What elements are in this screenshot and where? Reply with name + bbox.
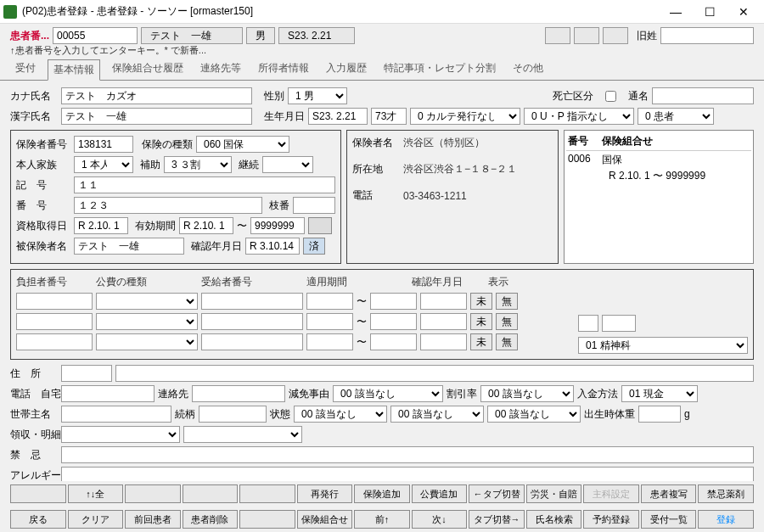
btn-tsugi[interactable]: 次↓ [412, 510, 468, 529]
yuukou-to-input[interactable] [250, 217, 305, 234]
yuukou-button[interactable] [308, 217, 332, 234]
mi-2[interactable]: 未 [470, 313, 492, 330]
futansha-3[interactable] [16, 333, 93, 350]
zokugara-input[interactable] [199, 406, 267, 423]
btn-kouhi-tsuika[interactable]: 公費追加 [412, 484, 468, 503]
hojo-select[interactable]: 3 ３割 [164, 156, 232, 173]
kumiawase-list[interactable]: 番号保険組合せ 0006国保 R 2.10. 1 〜 9999999 [564, 130, 754, 264]
maximize-button[interactable]: ☐ [693, 1, 727, 23]
sumi-button[interactable]: 済 [303, 238, 325, 255]
tekiyou-to-3[interactable] [370, 333, 417, 350]
jukyusha-3[interactable] [201, 333, 303, 350]
tab-nyuryoku[interactable]: 入力履歴 [321, 59, 372, 80]
futansha-2[interactable] [16, 313, 93, 330]
kouhi-1[interactable] [96, 293, 198, 310]
hokensha-no-input[interactable] [74, 136, 133, 153]
shikaku-input[interactable] [74, 217, 128, 234]
btn-zenkai[interactable]: 前回患者 [125, 510, 181, 529]
mi-3[interactable]: 未 [470, 333, 492, 350]
header-slot-3[interactable] [603, 27, 628, 44]
birth-input[interactable] [308, 108, 368, 125]
kana-input[interactable] [61, 87, 252, 104]
yuukou-from-input[interactable] [179, 217, 233, 234]
bangou-input[interactable] [74, 197, 262, 214]
tekiyou-from-3[interactable] [306, 333, 353, 350]
btn-mae[interactable]: 前↑ [354, 510, 410, 529]
keizoku-select[interactable] [262, 156, 313, 173]
oldname-input[interactable] [660, 27, 754, 44]
btn-yoyaku[interactable]: 予約登録 [583, 510, 639, 529]
btn-kinkiyaku[interactable]: 禁忌薬剤 [698, 484, 754, 503]
karte-select[interactable]: 0 カルテ発行なし [410, 108, 520, 125]
jotai2-select[interactable]: 00 該当なし [390, 406, 484, 423]
tab-renraku[interactable]: 連絡先等 [195, 59, 246, 80]
tab-kihon[interactable]: 基本情報 [48, 59, 100, 81]
kakunin-1[interactable] [420, 293, 467, 310]
ka-select[interactable]: 01 精神科 [578, 337, 748, 354]
jotai3-select[interactable]: 00 該当なし [487, 406, 581, 423]
mu-1[interactable]: 無 [496, 293, 518, 310]
taiju-input[interactable] [638, 406, 681, 423]
tel-home-input[interactable] [61, 385, 154, 402]
kouhi-2[interactable] [96, 313, 198, 330]
mu-2[interactable]: 無 [496, 313, 518, 330]
btn-hoken-tsuika[interactable]: 保険追加 [354, 484, 410, 503]
jukyusha-2[interactable] [201, 313, 303, 330]
nyukin-select[interactable]: 01 現金 [621, 385, 698, 402]
btn-tab-left[interactable]: ←タブ切替 [469, 484, 525, 503]
jukyusha-1[interactable] [201, 293, 303, 310]
ryoshu1-select[interactable] [61, 426, 180, 443]
shibo-checkbox[interactable] [605, 91, 616, 102]
mi-1[interactable]: 未 [470, 293, 492, 310]
edaban-input[interactable] [293, 197, 335, 214]
tab-tokki[interactable]: 特記事項・レセプト分割 [379, 59, 501, 80]
kanja-select[interactable]: 0 患者 [638, 108, 714, 125]
genmen-select[interactable]: 00 該当なし [333, 385, 443, 402]
tab-shotoku[interactable]: 所得者情報 [253, 59, 314, 80]
kakunin-3[interactable] [420, 333, 467, 350]
zip-input[interactable] [61, 365, 112, 382]
tekiyou-to-1[interactable] [370, 293, 417, 310]
kumiawase-sub-input[interactable] [602, 315, 636, 332]
btn-rousai[interactable]: 労災・自賠 [526, 484, 582, 503]
kinki-input[interactable] [61, 446, 754, 463]
tekiyou-to-2[interactable] [370, 313, 417, 330]
address-input[interactable] [115, 365, 754, 382]
btn-fukusha[interactable]: 患者複写 [641, 484, 697, 503]
futansha-1[interactable] [16, 293, 93, 310]
kouhi-3[interactable] [96, 333, 198, 350]
btn-tab-right[interactable]: タブ切替→ [469, 510, 525, 529]
mu-3[interactable]: 無 [496, 333, 518, 350]
btn-touroku[interactable]: 登録 [698, 510, 754, 529]
honnin-select[interactable]: 1 本人 [74, 156, 133, 173]
ryoshu2-select[interactable] [183, 426, 302, 443]
tsuumei-input[interactable] [652, 87, 754, 104]
kakunin-2[interactable] [420, 313, 467, 330]
setai-input[interactable] [61, 406, 171, 423]
hihokensha-input[interactable] [74, 238, 184, 255]
tekiyou-from-1[interactable] [306, 293, 353, 310]
minimize-button[interactable]: — [659, 1, 693, 23]
btn-modoru[interactable]: 戻る [10, 510, 66, 529]
kumiawase-no-input[interactable] [578, 315, 598, 332]
btn-saihakkou[interactable]: 再発行 [297, 484, 353, 503]
header-slot-2[interactable] [574, 27, 599, 44]
kakunin-input[interactable] [245, 238, 300, 255]
btn-clear[interactable]: クリア [68, 510, 124, 529]
patient-no-input[interactable] [53, 27, 138, 44]
tab-sonota[interactable]: その他 [508, 59, 548, 80]
jotai1-select[interactable]: 00 該当なし [294, 406, 387, 423]
btn-updown[interactable]: ↑↓全 [68, 484, 124, 503]
hoken-type-select[interactable]: 060 国保 [196, 136, 289, 153]
btn-sakujo[interactable]: 患者削除 [183, 510, 239, 529]
wariai-select[interactable]: 00 該当なし [480, 385, 574, 402]
tab-uketsuke[interactable]: 受付 [10, 59, 41, 80]
header-slot-1[interactable] [545, 27, 570, 44]
btn-uketsuke-ichiran[interactable]: 受付一覧 [641, 510, 697, 529]
seibetsu-select[interactable]: 1 男 [288, 87, 347, 104]
tab-hoken-rireki[interactable]: 保険組合せ履歴 [107, 59, 188, 80]
btn-kumiawase[interactable]: 保険組合せ [297, 510, 353, 529]
tel-contact-input[interactable] [192, 385, 285, 402]
close-button[interactable]: ✕ [727, 1, 761, 23]
upshiji-select[interactable]: 0 U・P 指示なし [524, 108, 634, 125]
